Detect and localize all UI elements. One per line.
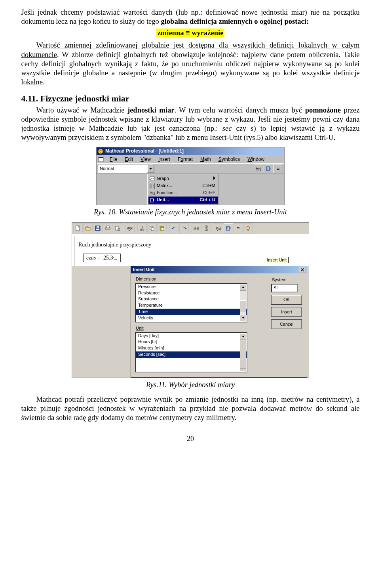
preview-button[interactable] [113,223,122,233]
paragraph-scope: Wartość zmiennej zdefiniowanej globalnie… [21,41,360,87]
svg-text:ABC: ABC [127,226,133,230]
menuitem-function[interactable]: f(x) Function... Ctrl+E [148,189,218,197]
list-item[interactable]: Velocity [136,315,247,321]
menu-bar: File Edit View Insert Format Math Symbol… [97,155,284,163]
list-item[interactable]: Resistance [136,290,247,296]
fx-icon: f(x) [150,191,157,196]
svg-rect-27 [161,227,164,231]
list-item[interactable]: Temperature [136,302,247,309]
menu-window[interactable]: Window [244,156,268,163]
submenu-arrow-icon [213,176,215,181]
menuitem-graph[interactable]: Graph [148,175,218,182]
spell-button[interactable]: ABC [125,223,135,233]
paragraph-global-defs: Jeśli jednak chcemy podstawiać wartości … [21,8,360,26]
matrix-icon [150,183,157,189]
window-titlebar[interactable]: Mathcad Professional - [Untitled:1] [97,147,284,155]
system-label: System [272,277,302,283]
list-item[interactable]: Hours [hr] [136,339,247,345]
scroll-up-icon[interactable] [240,333,246,340]
list-item[interactable]: Substance [136,296,247,302]
undo-button[interactable] [169,223,179,233]
measuring-cup-icon [150,198,157,203]
app-icon [98,149,103,154]
page-number: 20 [21,434,360,443]
fx-button[interactable]: f(x) [254,164,263,173]
svg-rect-15 [96,229,99,230]
unit-button[interactable] [264,164,273,173]
ok-button[interactable]: OK [271,295,302,305]
scrollbar[interactable] [240,333,246,371]
align-v-button[interactable] [201,223,211,233]
text: . W tym celu wartości danych musza być [174,106,305,114]
fx-button-2[interactable]: f(x) [214,223,223,233]
text: . W zbiorze definicji globalnych też obo… [21,51,360,86]
scrollbar[interactable] [240,284,246,321]
figure-10-screenshot: Mathcad Professional - [Untitled:1] File… [96,147,285,205]
menu-math[interactable]: Math [197,156,215,163]
window-title: Mathcad Professional - [Untitled:1] [105,148,184,154]
text-bold: jednostki miar [127,106,174,114]
menu-edit[interactable]: Edit [121,156,137,163]
list-item[interactable]: Days [day] [136,333,247,339]
copy-button[interactable] [147,223,157,233]
list-item[interactable]: Pressure [136,284,247,290]
menuitem-label: Graph [157,176,213,181]
measuring-cup-icon [266,166,272,172]
list-item-selected[interactable]: Time [136,309,247,315]
dimension-listbox[interactable]: Pressure Resistance Substance Temperatur… [135,283,247,323]
menu-format[interactable]: Format [174,156,197,163]
dialog-titlebar[interactable]: Insert Unit [131,266,307,273]
paste-button[interactable] [157,223,167,233]
svg-point-9 [153,185,154,185]
menuitem-unit[interactable]: Unit... Ctrl + U [148,197,218,204]
new-button[interactable] [73,223,83,233]
menu-insert[interactable]: Insert [155,156,174,163]
equals-button-2[interactable]: = [234,223,243,233]
menu-file[interactable]: File [106,156,121,163]
scroll-down-icon[interactable] [240,315,246,321]
list-item[interactable]: Minutes [min] [136,345,247,351]
figure-11-screenshot: ABC f(x) = Ruch jednostajnie przyspieszo… [72,222,309,378]
svg-rect-25 [151,227,154,231]
list-item-selected[interactable]: Seconds [sec] [136,351,247,358]
svg-rect-2 [99,157,103,158]
text-italic-2: s [251,124,253,132]
menuitem-shortcut: Ctrl+E [203,190,215,196]
paragraph-units: Warto używać w Mathcadzie jednostki miar… [21,106,360,143]
dialog-close-button[interactable] [299,267,306,273]
menuitem-shortcut: Ctrl + U [200,197,215,203]
redo-button[interactable] [179,223,189,233]
open-button[interactable] [83,223,93,233]
formula-line: zmienna ≡ wyrażenie [21,29,360,38]
menuitem-matrix[interactable]: Matrix... Ctrl+M [148,182,218,189]
cancel-button[interactable]: Cancel [271,319,302,329]
menu-view[interactable]: View [137,156,155,163]
system-group: System SI [271,277,302,292]
scroll-up-icon[interactable] [240,284,246,291]
text: Warto używać w Mathcadzie [36,106,127,114]
unit-toolbar-button[interactable] [224,223,233,233]
menuitem-label: Matrix... [157,183,202,189]
insert-button[interactable]: Insert [271,307,302,317]
print-button[interactable] [103,223,112,233]
unit-listbox[interactable]: Days [day] Hours [hr] Minutes [min] Seco… [135,332,247,372]
dropdown-arrow-icon[interactable] [147,164,154,173]
menu-symbolics[interactable]: Symbolics [215,156,244,163]
caption-fig-11: Rys.11. Wybór jednostki miary [21,380,360,389]
align-h-button[interactable] [192,223,201,233]
math-expression[interactable]: czas := 25.3· [83,254,121,262]
save-button[interactable] [93,223,103,233]
document-area[interactable]: Ruch jednostajnie przyspieszony czas := … [72,234,309,266]
tooltip: Insert Unit [265,257,289,263]
style-combo-text: Normal [98,164,147,173]
svg-text:f(x): f(x) [150,191,155,196]
cut-button[interactable] [137,223,147,233]
style-combo[interactable]: Normal [98,164,154,173]
svg-point-8 [151,185,152,185]
bulb-button[interactable] [243,223,253,233]
menuitem-label: Function... [157,190,203,196]
mdi-icon[interactable] [98,157,104,162]
equals-button[interactable]: = [274,164,283,173]
svg-text:=: = [277,166,280,172]
svg-rect-16 [97,226,99,228]
